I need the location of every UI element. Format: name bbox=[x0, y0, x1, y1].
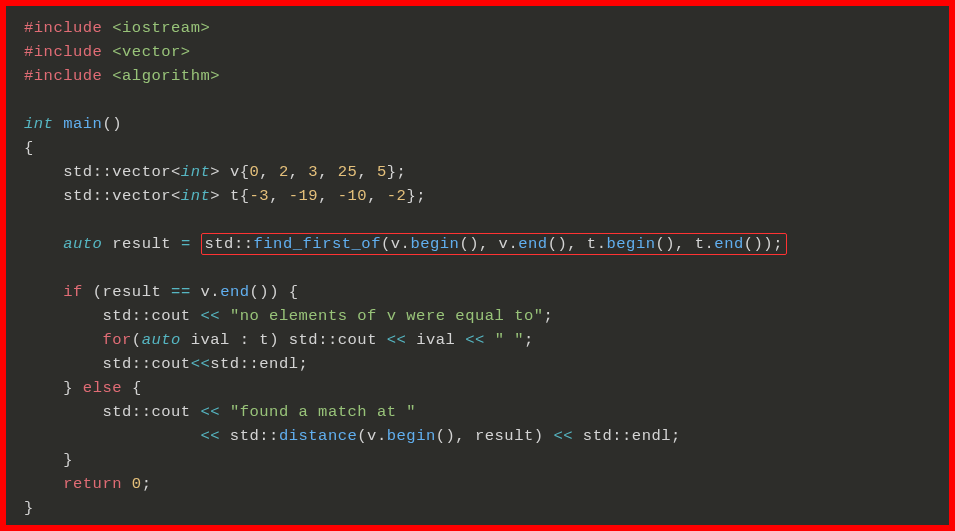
if-keyword: if bbox=[63, 283, 83, 301]
blank-line bbox=[24, 88, 931, 112]
string-literal: "no elements of v were equal to" bbox=[230, 307, 544, 325]
else-keyword: else bbox=[83, 379, 122, 397]
code-line: return 0; bbox=[24, 472, 931, 496]
preprocessor: #include bbox=[24, 19, 102, 37]
code-line: std::vector<int> v{0, 2, 3, 25, 5}; bbox=[24, 160, 931, 184]
include-header: <algorithm> bbox=[112, 67, 220, 85]
code-line: for(auto ival : t) std::cout << ival << … bbox=[24, 328, 931, 352]
code-line: << std::distance(v.begin(), result) << s… bbox=[24, 424, 931, 448]
return-value: 0 bbox=[132, 475, 142, 493]
highlighted-expression: std::find_first_of(v.begin(), v.end(), t… bbox=[201, 233, 787, 255]
code-line: } else { bbox=[24, 376, 931, 400]
preprocessor: #include bbox=[24, 43, 102, 61]
code-editor: #include <iostream> #include <vector> #i… bbox=[6, 6, 949, 525]
code-line: #include <iostream> bbox=[24, 16, 931, 40]
function-name: main bbox=[63, 115, 102, 133]
blank-line bbox=[24, 208, 931, 232]
code-line: } bbox=[24, 496, 931, 520]
code-line: std::cout<<std::endl; bbox=[24, 352, 931, 376]
for-keyword: for bbox=[102, 331, 131, 349]
include-header: <iostream> bbox=[112, 19, 210, 37]
code-line: std::cout << "found a match at " bbox=[24, 400, 931, 424]
return-keyword: return bbox=[63, 475, 122, 493]
code-line: { bbox=[24, 136, 931, 160]
include-header: <vector> bbox=[112, 43, 190, 61]
preprocessor: #include bbox=[24, 67, 102, 85]
code-line: } bbox=[24, 448, 931, 472]
code-line: if (result == v.end()) { bbox=[24, 280, 931, 304]
code-line: std::cout << "no elements of v were equa… bbox=[24, 304, 931, 328]
code-line: std::vector<int> t{-3, -19, -10, -2}; bbox=[24, 184, 931, 208]
code-line: auto result = std::find_first_of(v.begin… bbox=[24, 232, 931, 256]
code-line: #include <vector> bbox=[24, 40, 931, 64]
string-literal: "found a match at " bbox=[230, 403, 416, 421]
type-keyword: int bbox=[24, 115, 53, 133]
auto-keyword: auto bbox=[63, 235, 102, 253]
blank-line bbox=[24, 256, 931, 280]
code-line: int main() bbox=[24, 112, 931, 136]
code-line: #include <algorithm> bbox=[24, 64, 931, 88]
